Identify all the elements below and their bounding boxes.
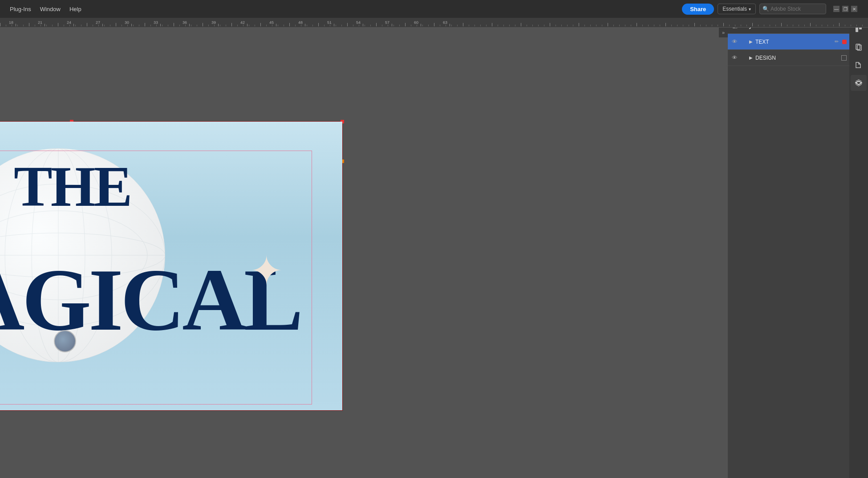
- artboard: THE AGICAL ✦: [0, 121, 343, 411]
- layer-edit-text[interactable]: ✏: [835, 39, 839, 45]
- essentials-button[interactable]: Essentials ▾: [718, 4, 756, 14]
- menu-window[interactable]: Window: [36, 4, 65, 14]
- sparkle-star: ✦: [250, 251, 283, 291]
- layer-visibility-design: [841, 55, 847, 61]
- horizontal-ruler: // Inline SVG ruler rendered via JS belo…: [0, 18, 868, 28]
- panel-icons: [849, 18, 868, 478]
- adobe-stock-search[interactable]: [759, 4, 826, 14]
- rotation-handle[interactable]: [54, 330, 76, 352]
- panel-collapse-button[interactable]: »: [719, 28, 728, 37]
- artboard-content: THE AGICAL ✦: [0, 122, 342, 410]
- layer-row-text[interactable]: 👁 ▶ TEXT ✏: [728, 34, 849, 50]
- layer-color-text: [842, 40, 847, 44]
- right-panel: ◧ Layers » ≡ 👁 ▶ TEXT ✏ 👁 ▶ DESIGN: [728, 18, 868, 478]
- panel-icon-pages[interactable]: [851, 39, 867, 55]
- layer-eye-design[interactable]: 👁: [730, 54, 738, 62]
- menu-help[interactable]: Help: [65, 4, 86, 14]
- menu-plugins[interactable]: Plug-Ins: [5, 4, 36, 14]
- layers-panel: ◧ Layers » ≡ 👁 ▶ TEXT ✏ 👁 ▶ DESIGN: [728, 18, 849, 478]
- panel-icon-cc-libraries[interactable]: [851, 57, 867, 73]
- panel-content: ◧ Layers » ≡ 👁 ▶ TEXT ✏ 👁 ▶ DESIGN: [728, 18, 849, 478]
- layer-name-text: TEXT: [755, 39, 833, 45]
- layer-row-design[interactable]: 👁 ▶ DESIGN: [728, 50, 849, 66]
- window-controls: — ❐ ✕: [833, 6, 857, 12]
- layer-arrow-text[interactable]: ▶: [749, 39, 753, 44]
- canvas-area: THE AGICAL ✦: [0, 28, 728, 478]
- menu-bar: Plug-Ins Window Help Share Essentials ▾ …: [0, 0, 868, 18]
- minimize-button[interactable]: —: [833, 6, 840, 12]
- layer-arrow-design[interactable]: ▶: [749, 55, 753, 60]
- close-button[interactable]: ✕: [851, 6, 857, 12]
- layer-eye-text[interactable]: 👁: [730, 38, 738, 46]
- layer-name-design: DESIGN: [755, 55, 840, 61]
- share-button[interactable]: Share: [682, 4, 714, 15]
- top-right-controls: Share Essentials ▾ 🔍 — ❐ ✕: [677, 0, 863, 18]
- text-the: THE: [14, 157, 131, 215]
- panel-icon-layers[interactable]: [851, 75, 867, 91]
- restore-button[interactable]: ❐: [842, 6, 848, 12]
